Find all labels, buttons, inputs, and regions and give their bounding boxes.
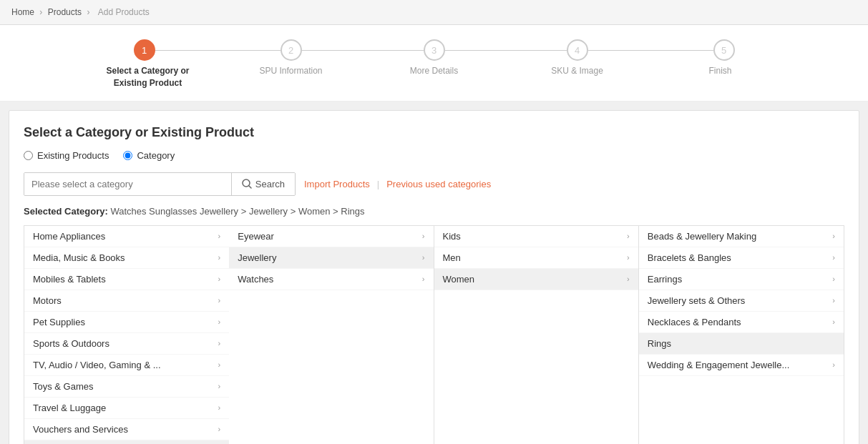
- search-row: Search Import Products | Previous used c…: [24, 172, 844, 196]
- chevron-right-icon: ›: [218, 382, 221, 390]
- list-item[interactable]: Women›: [434, 269, 638, 290]
- radio-category-input[interactable]: [123, 151, 132, 160]
- import-products-link[interactable]: Import Products: [304, 179, 370, 189]
- list-item[interactable]: Earrings›: [639, 269, 844, 290]
- prev-used-categories-link[interactable]: Previous used categories: [386, 179, 491, 189]
- list-item[interactable]: Travel & Luggage›: [24, 398, 229, 419]
- list-item[interactable]: Watches›: [229, 269, 433, 290]
- main-content: Select a Category or Existing Product Ex…: [9, 110, 859, 444]
- list-item[interactable]: Kids›: [434, 226, 638, 247]
- wizard-label-5: Finish: [708, 65, 731, 77]
- list-item[interactable]: Wedding & Engagement Jewelle...›: [639, 355, 844, 376]
- chevron-right-icon: ›: [218, 403, 221, 412]
- list-item[interactable]: Beads & Jewellery Making›: [639, 226, 844, 247]
- breadcrumb: Home › Products › Add Products: [0, 0, 868, 25]
- chevron-right-icon: ›: [218, 253, 221, 262]
- chevron-right-icon: ›: [422, 253, 425, 262]
- radio-category[interactable]: Category: [123, 150, 175, 161]
- list-item[interactable]: Men›: [434, 247, 638, 269]
- chevron-right-icon: ›: [422, 232, 425, 240]
- list-item[interactable]: Sports & Outdoors›: [24, 333, 229, 355]
- list-item[interactable]: Rings: [639, 333, 844, 355]
- search-input[interactable]: [24, 173, 231, 195]
- wizard-label-2: SPU Information: [259, 65, 322, 77]
- chevron-right-icon: ›: [832, 360, 835, 369]
- list-item[interactable]: Toys & Games›: [24, 376, 229, 398]
- wizard: 1 Select a Category orExisting Product 2…: [0, 25, 868, 102]
- wizard-circle-4: 4: [567, 39, 588, 61]
- list-item[interactable]: Home Appliances›: [24, 226, 229, 247]
- radio-group: Existing Products Category: [24, 150, 844, 161]
- list-item[interactable]: TV, Audio / Video, Gaming & ...›: [24, 355, 229, 376]
- list-item[interactable]: Vouchers and Services›: [24, 419, 229, 440]
- wizard-label-3: More Details: [410, 65, 458, 77]
- chevron-right-icon: ›: [832, 253, 835, 262]
- search-input-wrap: Search: [24, 172, 296, 196]
- chevron-right-icon: ›: [218, 360, 221, 369]
- chevron-right-icon: ›: [832, 317, 835, 326]
- list-item[interactable]: Jewellery›: [229, 247, 433, 269]
- list-item[interactable]: Bracelets & Bangles›: [639, 247, 844, 269]
- search-links: Import Products | Previous used categori…: [304, 179, 491, 189]
- category-column-4: Beads & Jewellery Making›Bracelets & Ban…: [639, 226, 844, 444]
- selected-category-label: Selected Category:: [24, 206, 108, 217]
- wizard-step-4: 4 SKU & Image: [506, 39, 649, 77]
- breadcrumb-home[interactable]: Home: [11, 7, 34, 17]
- radio-existing-products[interactable]: Existing Products: [24, 150, 109, 161]
- chevron-right-icon: ›: [832, 275, 835, 283]
- selected-category-path: Watches Sunglasses Jewellery > Jewellery…: [110, 206, 364, 217]
- page-title: Select a Category or Existing Product: [24, 125, 844, 140]
- wizard-label-4: SKU & Image: [551, 65, 603, 77]
- list-item[interactable]: Media, Music & Books›: [24, 247, 229, 269]
- wizard-step-2: 2 SPU Information: [220, 39, 363, 77]
- chevron-right-icon: ›: [627, 275, 630, 283]
- radio-category-label: Category: [137, 150, 175, 161]
- wizard-circle-5: 5: [713, 39, 735, 61]
- radio-existing-input[interactable]: [24, 151, 33, 160]
- search-button[interactable]: Search: [231, 173, 295, 195]
- list-item[interactable]: Motors›: [24, 290, 229, 312]
- list-item[interactable]: Necklaces & Pendants›: [639, 312, 844, 333]
- chevron-right-icon: ›: [218, 232, 221, 240]
- radio-existing-label: Existing Products: [37, 150, 109, 161]
- wizard-circle-2: 2: [281, 39, 302, 61]
- wizard-step-5: 5 Finish: [649, 39, 792, 77]
- chevron-right-icon: ›: [422, 275, 425, 283]
- breadcrumb-current: Add Products: [98, 7, 150, 17]
- wizard-label-1: Select a Category orExisting Product: [106, 65, 189, 89]
- chevron-right-icon: ›: [832, 232, 835, 240]
- wizard-step-1: 1 Select a Category orExisting Product: [77, 39, 220, 89]
- chevron-right-icon: ›: [218, 425, 221, 433]
- wizard-circle-3: 3: [424, 39, 445, 61]
- category-panel: Home Appliances›Media, Music & Books›Mob…: [24, 225, 844, 444]
- category-column-3: Kids›Men›Women›: [434, 226, 639, 444]
- chevron-right-icon: ›: [627, 253, 630, 262]
- category-column-1: Home Appliances›Media, Music & Books›Mob…: [24, 226, 229, 444]
- list-item[interactable]: Eyewear›: [229, 226, 433, 247]
- chevron-right-icon: ›: [832, 296, 835, 305]
- list-item[interactable]: Mobiles & Tablets›: [24, 269, 229, 290]
- chevron-right-icon: ›: [218, 339, 221, 347]
- list-item[interactable]: Watches Sunglasses Jewellery›: [24, 440, 229, 444]
- svg-line-1: [249, 186, 251, 188]
- wizard-circle-1: 1: [134, 39, 155, 61]
- breadcrumb-products[interactable]: Products: [48, 7, 82, 17]
- chevron-right-icon: ›: [218, 296, 221, 305]
- selected-category: Selected Category: Watches Sunglasses Je…: [24, 206, 844, 217]
- category-column-2: Eyewear›Jewellery›Watches›: [229, 226, 434, 444]
- list-item[interactable]: Jewellery sets & Others›: [639, 290, 844, 312]
- wizard-step-3: 3 More Details: [363, 39, 506, 77]
- chevron-right-icon: ›: [627, 232, 630, 240]
- category-column-1-scroll[interactable]: Home Appliances›Media, Music & Books›Mob…: [24, 226, 229, 444]
- search-icon: [242, 179, 252, 189]
- chevron-right-icon: ›: [218, 275, 221, 283]
- list-item[interactable]: Pet Supplies›: [24, 312, 229, 333]
- chevron-right-icon: ›: [218, 317, 221, 326]
- links-divider: |: [377, 179, 379, 189]
